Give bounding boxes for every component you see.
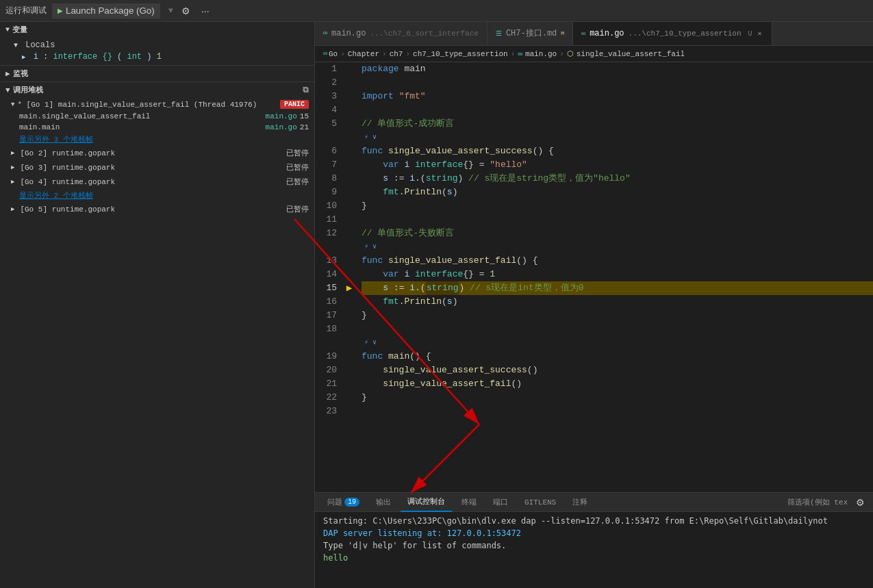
locals-label[interactable]: Locals [25,40,55,50]
thread2-arrow: ▶ [11,149,14,157]
code-line-12-cmt: // 单值形式-失败断言 [362,227,873,240]
copy-icon[interactable]: ⧉ [303,86,309,95]
bc-chapter: Chapter [348,50,379,58]
dg-15: ▶ [342,281,356,295]
dg-12 [342,227,356,240]
watch-arrow: ▶ [5,69,10,78]
frame2-name: main.main [19,123,266,131]
tab2-md-icon: ☰ [496,29,502,38]
tab1-go-icon: ∞ [323,29,327,37]
code-editor[interactable]: package main import "fmt" // 单值形式-成功断言 [356,62,873,492]
tab-terminal[interactable]: 终端 [455,493,483,512]
terminal-output: Starting: C:\Users\233PC\go\bin\dlv.exe … [315,512,873,588]
callstack-arrow: ▼ [5,86,10,94]
bc-mainfile: main.go [525,50,557,58]
tab-gitlens[interactable]: GITLENS [518,493,563,512]
callstack-content: ▼ * [Go 1] main.single_value_assert_fail… [0,98,314,588]
ln-13: 13 [318,254,337,268]
run-button[interactable]: ▶ Launch Package (Go) [52,3,160,18]
tab-ch7-md[interactable]: ☰ CH7-接口.md M [488,22,573,45]
tab3-go-icon: ∞ [581,30,585,38]
ln-17: 17 [318,309,337,322]
term-line-1: Starting: C:\Users\233PC\go\bin\dlv.exe … [323,515,865,527]
problems-badge: 19 [344,498,359,507]
thread-go1[interactable]: ▼ * [Go 1] main.single_value_assert_fail… [0,98,314,111]
dg-9 [342,186,356,199]
ln-7: 7 [318,158,337,172]
bc-sep5: › [559,50,564,58]
dg-4 [342,103,356,117]
thread1-arrow: ▼ [11,101,14,108]
tab3-path: ...\ch7_10_type_assertion [629,29,742,38]
thread-go3[interactable]: ▶ [Go 3] runtime.gopark 已暂停 [0,160,314,175]
ln-3: 3 [318,90,337,103]
tab-output[interactable]: 输出 [369,493,398,512]
tab-output-label: 输出 [376,497,391,507]
watch-header[interactable]: ▶ 监视 [0,66,314,81]
editor-container: 1 2 3 4 5 6 7 8 9 10 11 [315,62,873,492]
ln-22: 22 [318,391,337,405]
frame-single-value[interactable]: main.single_value_assert_fail main.go 15 [0,111,314,122]
thread-go2[interactable]: ▶ [Go 2] runtime.gopark 已暂停 [0,146,314,160]
frame1-line: 15 [300,112,309,120]
ln-5b [318,131,337,144]
tab3-close[interactable]: ✕ [757,29,763,38]
tab1-name: main.go [331,29,366,38]
settings-button[interactable]: ⚙ [179,4,193,18]
thread4-label: [Go 4] runtime.gopark [20,178,115,186]
code-line-19: func main() { [362,350,873,363]
more-button[interactable]: ··· [199,4,212,18]
bottom-panel: 问题 19 输出 调试控制台 终端 端口 [315,492,873,588]
tab2-name: CH7-接口.md [506,27,557,39]
code-line-20: single_value_assert_success() [362,363,873,377]
thread-go5[interactable]: ▶ [Go 5] runtime.gopark 已暂停 [0,202,314,216]
frame-main[interactable]: main.main main.go 21 [0,122,314,133]
dg-10 [342,199,356,213]
callstack-header[interactable]: ▼ 调用堆栈 ⧉ [0,82,314,98]
term-line-4: hello [323,552,865,564]
dg-3 [342,90,356,103]
dg-5b [342,131,356,144]
watch-section: ▶ 监视 [0,66,314,82]
ln-12b [318,240,337,254]
code-line-11 [362,213,873,227]
frame1-file: main.go [266,112,297,120]
show-more-frames[interactable]: 显示另外 3 个堆栈帧 [0,133,314,146]
thread-go4[interactable]: ▶ [Go 4] runtime.gopark 已暂停 [0,175,314,189]
tab-debug-console[interactable]: 调试控制台 [401,493,452,512]
code-line-18-lens: ⚡ ∨ [362,336,873,350]
term-line-2: DAP server listening at: 127.0.0.1:53472 [323,527,865,539]
dg-19 [342,350,356,363]
dg-11 [342,213,356,227]
top-bar: 运行和调试 ▶ Launch Package (Go) ▼ ⚙ ··· [0,0,873,22]
dg-22 [342,391,356,405]
dg-2 [342,76,356,90]
dg-17 [342,309,356,322]
tab-ch7-10-active[interactable]: ∞ main.go ...\ch7_10_type_assertion U ✕ [573,22,772,45]
locals-group: ▼ Locals [0,39,314,51]
tab-ports-label: 端口 [493,497,508,507]
tab-comments[interactable]: 注释 [566,493,594,512]
tab-ch7-6[interactable]: ∞ main.go ...\ch7_6_sort_interface [315,22,488,45]
variables-header[interactable]: ▼ 变量 [0,22,314,38]
dg-12b [342,240,356,254]
tab-ports[interactable]: 端口 [486,493,515,512]
terminal-toolbar-right: 筛选项(例如 tex ⚙ [787,496,868,509]
code-line-8: s := i.(string) // s现在是string类型，值为"hello… [362,172,873,186]
tab-problems[interactable]: 问题 19 [320,493,366,512]
show-more-threads[interactable]: 显示另外 2 个堆栈帧 [0,189,314,202]
dg-18 [342,322,356,336]
code-line-6: func single_value_assert_success() { [362,144,873,158]
dg-20 [342,363,356,377]
gutter: 1 2 3 4 5 6 7 8 9 10 11 [315,62,356,492]
tab3-u: U [748,30,752,38]
debug-pointer-icon: ▶ [346,281,352,295]
thread4-status: 已暂停 [286,177,309,187]
var-item-i: ▶ i : interface {} ( int ) 1 [0,51,314,62]
debug-gutter: ▶ [342,62,356,418]
terminal-settings-btn[interactable]: ⚙ [853,496,868,509]
code-line-18 [362,322,873,336]
bc-sep4: › [511,50,516,58]
bc-funcname: single_value_assert_fail [577,50,685,58]
dg-16 [342,295,356,309]
